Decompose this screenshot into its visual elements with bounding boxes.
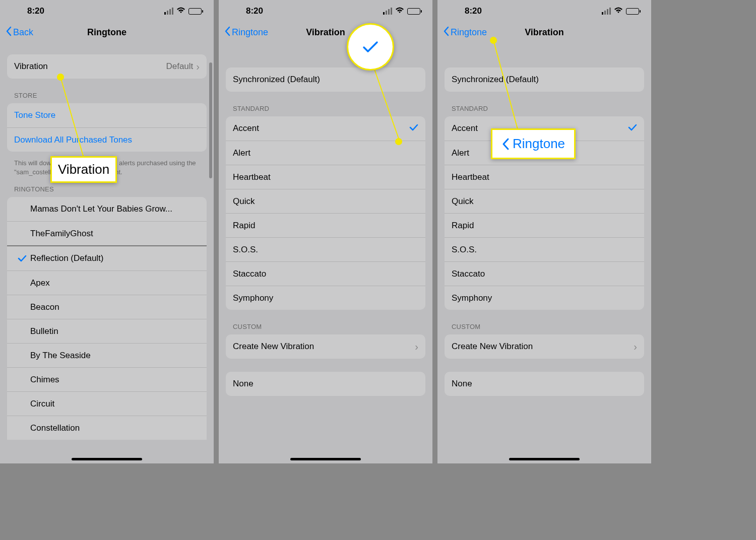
chevron-left-icon [224, 26, 231, 39]
chevron-left-icon [501, 138, 510, 151]
sync-group: Synchronized (Default) [226, 68, 425, 92]
create-vibration-row[interactable]: Create New Vibration › [445, 334, 644, 359]
vibration-row[interactable]: Vibration Default › [7, 54, 207, 79]
list-item[interactable]: Beacon [7, 295, 207, 319]
sync-row[interactable]: Synchronized (Default) [226, 68, 425, 92]
none-row[interactable]: None [445, 372, 644, 396]
home-indicator[interactable] [72, 458, 142, 460]
list-item[interactable]: Accent [226, 116, 425, 141]
checkmark-icon [14, 255, 30, 262]
status-icons [164, 7, 202, 16]
cell-signal-icon [383, 8, 392, 15]
back-label: Ringtone [451, 27, 487, 38]
vibration-group: Vibration Default › [7, 54, 207, 79]
callout-marker [57, 74, 64, 81]
vibration-label: Vibration [14, 61, 166, 72]
checkmark-icon [362, 40, 379, 53]
screenshot-3: 8:20 Ringtone Vibration Synchronized (De… [437, 0, 651, 463]
list-item[interactable]: By The Seaside [7, 343, 207, 367]
home-indicator[interactable] [290, 458, 361, 460]
list-item[interactable]: Staccato [226, 261, 425, 286]
vibration-value: Default [166, 61, 193, 72]
chevron-left-icon [443, 26, 450, 39]
home-indicator[interactable] [509, 458, 580, 460]
status-icons [602, 7, 639, 16]
none-group: None [226, 372, 425, 396]
status-bar: 8:20 [219, 0, 432, 20]
battery-icon [626, 8, 639, 15]
list-item[interactable]: Rapid [226, 213, 425, 237]
battery-icon [407, 8, 420, 15]
custom-group: Create New Vibration › [445, 334, 644, 359]
standard-header: STANDARD [226, 105, 425, 116]
list-item[interactable]: S.O.S. [445, 237, 644, 261]
chevron-left-icon [5, 26, 12, 39]
list-item[interactable]: TheFamilyGhost [7, 221, 207, 245]
standard-header: STANDARD [445, 105, 644, 116]
callout-marker [490, 37, 497, 44]
store-group: Tone Store Download All Purchased Tones [7, 103, 207, 152]
wifi-icon [614, 7, 623, 16]
back-label: Ringtone [232, 27, 268, 38]
list-item[interactable]: Symphony [226, 286, 425, 310]
status-bar: 8:20 [0, 0, 214, 20]
ringtones-stock: Reflection (Default) Apex Beacon Bulleti… [7, 246, 207, 440]
download-row[interactable]: Download All Purchased Tones [7, 127, 207, 152]
back-button[interactable]: Ringtone [443, 26, 487, 39]
chevron-right-icon: › [634, 341, 637, 353]
nav-bar: Ringtone Vibration [219, 20, 432, 44]
wifi-icon [176, 7, 185, 16]
list-item[interactable]: Apex [7, 271, 207, 295]
download-label: Download All Purchased Tones [14, 135, 200, 145]
list-item-selected[interactable]: Reflection (Default) [7, 246, 207, 271]
content: Vibration Default › STORE Tone Store Dow… [0, 54, 214, 453]
back-button[interactable]: Back [5, 26, 33, 39]
list-item[interactable]: Alert [226, 141, 425, 165]
create-vibration-row[interactable]: Create New Vibration › [226, 334, 425, 359]
content: Synchronized (Default) STANDARD Accent A… [219, 68, 432, 409]
custom-header: CUSTOM [445, 323, 644, 334]
list-item[interactable]: Heartbeat [445, 165, 644, 189]
list-item[interactable]: Circuit [7, 391, 207, 416]
list-item[interactable]: Quick [445, 189, 644, 213]
screenshot-2: 8:20 Ringtone Vibration Synchronized (De… [219, 0, 432, 463]
wifi-icon [395, 7, 404, 16]
checkmark-icon [409, 123, 418, 133]
chevron-right-icon: › [196, 61, 200, 73]
back-label: Back [13, 27, 33, 38]
standard-group: Accent Alert Heartbeat Quick Rapid S.O.S… [226, 116, 425, 310]
list-item[interactable]: Heartbeat [226, 165, 425, 189]
list-item[interactable]: Quick [226, 189, 425, 213]
list-item[interactable]: Staccato [445, 261, 644, 286]
cell-signal-icon [164, 8, 173, 15]
status-time: 8:20 [12, 6, 44, 16]
list-item[interactable]: Bulletin [7, 319, 207, 343]
battery-icon [188, 8, 202, 15]
nav-bar: Ringtone Vibration [437, 20, 651, 44]
nav-bar: Back Ringtone [0, 20, 214, 44]
screenshot-1: 8:20 Back Ringtone Vibration Default › S… [0, 0, 214, 463]
status-icons [383, 7, 420, 16]
store-header: STORE [7, 92, 207, 103]
cell-signal-icon [602, 8, 611, 15]
ringtones-header: RINGTONES [7, 185, 207, 197]
callout-vibration: Vibration [50, 156, 117, 183]
scrollbar[interactable] [209, 62, 212, 178]
list-item[interactable]: Mamas Don't Let Your Babies Grow... [7, 197, 207, 221]
none-row[interactable]: None [226, 372, 425, 396]
custom-header: CUSTOM [226, 323, 425, 334]
status-time: 8:20 [231, 6, 263, 16]
tone-store-row[interactable]: Tone Store [7, 103, 207, 127]
sync-group: Synchronized (Default) [445, 68, 644, 92]
list-item[interactable]: S.O.S. [226, 237, 425, 261]
sync-row[interactable]: Synchronized (Default) [445, 68, 644, 92]
list-item[interactable]: Symphony [445, 286, 644, 310]
list-item[interactable]: Constellation [7, 416, 207, 440]
status-time: 8:20 [450, 6, 482, 16]
back-button[interactable]: Ringtone [224, 26, 268, 39]
list-item[interactable]: Chimes [7, 367, 207, 391]
back-button-callout: Ringtone [501, 136, 565, 152]
callout-marker [395, 138, 402, 145]
list-item[interactable]: Rapid [445, 213, 644, 237]
content: Synchronized (Default) STANDARD Accent A… [437, 68, 651, 409]
